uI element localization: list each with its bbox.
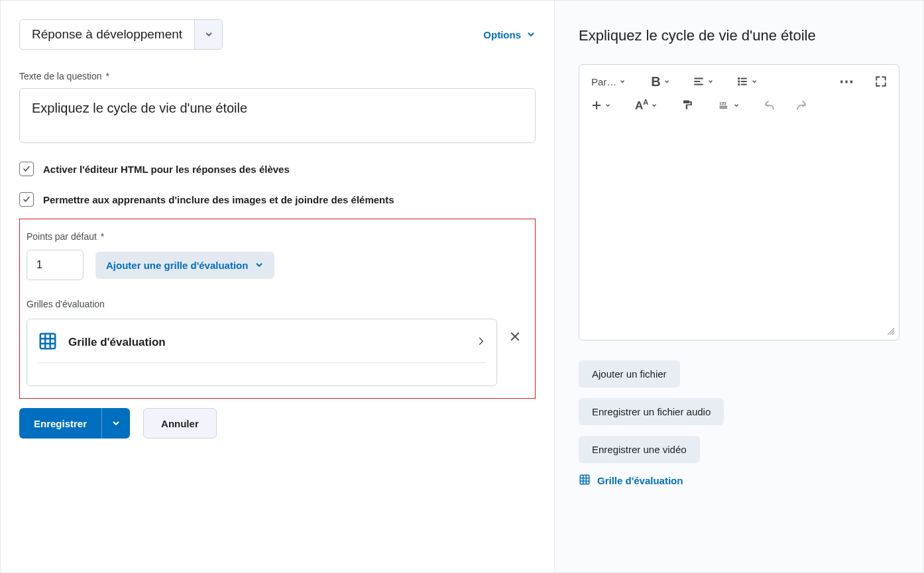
points-row: Ajouter une grille d'évaluation — [27, 250, 526, 280]
svg-rect-0 — [40, 334, 56, 349]
rubric-grid-icon — [38, 331, 58, 353]
checkbox-allow-attachments-label: Permettre aux apprenants d'inclure des i… — [43, 194, 394, 205]
preview-panel: Expliquez le cycle de vie d'une étoile P… — [555, 1, 923, 572]
required-asterisk: * — [103, 71, 109, 81]
rte-insert[interactable] — [589, 99, 614, 112]
rte-more-icon[interactable]: ⋯ — [837, 72, 858, 91]
options-button[interactable]: Options — [483, 29, 536, 40]
checkbox-html-editor-row: Activer l'éditeur HTML pour les réponses… — [19, 162, 536, 176]
rubric-item-row: Grille d'évaluation — [27, 319, 526, 386]
checkbox-allow-attachments-row: Permettre aux apprenants d'inclure des i… — [19, 192, 536, 207]
rubric-link[interactable]: Grille d'évaluation — [579, 474, 899, 488]
record-audio-button[interactable]: Enregistrer un fichier audio — [579, 398, 724, 425]
chevron-down-icon — [255, 260, 264, 270]
points-and-rubric-section: Points par défaut * Ajouter une grille d… — [19, 219, 536, 399]
question-type-select[interactable]: Réponse à développement — [19, 19, 223, 50]
required-asterisk: * — [98, 231, 104, 242]
editor-footer: Enregistrer Annuler — [19, 408, 536, 439]
rte-fullscreen-icon[interactable] — [872, 74, 890, 89]
record-video-button[interactable]: Enregistrer une vidéo — [579, 436, 700, 463]
svg-text:123: 123 — [720, 101, 727, 105]
chevron-down-icon — [194, 19, 222, 50]
checkbox-html-editor[interactable] — [19, 162, 34, 176]
question-editor-panel: Réponse à développement Options Texte de… — [1, 1, 555, 572]
rubric-card[interactable]: Grille d'évaluation — [27, 319, 497, 386]
options-label: Options — [483, 29, 521, 40]
add-file-button[interactable]: Ajouter un fichier — [579, 360, 680, 388]
rubric-card-left: Grille d'évaluation — [38, 331, 166, 353]
save-dropdown-button[interactable] — [102, 408, 130, 439]
question-type-label: Réponse à développement — [20, 27, 194, 42]
rubrics-section-label: Grilles d'évaluation — [27, 299, 526, 309]
rubric-grid-icon — [579, 474, 591, 488]
save-split-button[interactable]: Enregistrer — [19, 408, 130, 439]
rte-align[interactable] — [690, 74, 717, 89]
editor-top-row: Réponse à développement Options — [19, 19, 536, 50]
svg-rect-24 — [580, 475, 589, 484]
question-text-input[interactable]: Expliquez le cycle de vie d'une étoile — [19, 88, 536, 143]
question-text-label: Texte de la question * — [19, 71, 536, 81]
svg-point-12 — [738, 84, 740, 85]
chevron-down-icon — [526, 30, 536, 39]
add-rubric-label: Ajouter une grille d'évaluation — [106, 260, 248, 271]
rte-line-spacing[interactable]: 123 — [715, 99, 742, 112]
remove-rubric-button[interactable] — [509, 319, 521, 346]
points-input[interactable] — [27, 250, 84, 280]
resize-handle-icon[interactable] — [886, 326, 895, 337]
rte-bold[interactable]: B — [648, 73, 672, 91]
rte-redo-icon[interactable] — [793, 98, 810, 113]
cancel-button[interactable]: Annuler — [143, 408, 217, 439]
svg-point-11 — [738, 81, 740, 82]
rte-paragraph-style[interactable]: Par… — [589, 75, 628, 89]
rte-list[interactable] — [734, 74, 760, 89]
question-text-value: Expliquez le cycle de vie d'une étoile — [32, 101, 247, 115]
rubric-title: Grille d'évaluation — [68, 336, 166, 349]
rte-body[interactable] — [579, 121, 899, 340]
add-rubric-button[interactable]: Ajouter une grille d'évaluation — [95, 252, 274, 279]
save-button[interactable]: Enregistrer — [19, 408, 102, 439]
svg-line-23 — [893, 333, 894, 334]
rte-format-paint-icon[interactable] — [679, 98, 696, 113]
checkbox-allow-attachments[interactable] — [19, 192, 34, 207]
svg-point-10 — [738, 78, 740, 79]
rubric-card-header: Grille d'évaluation — [38, 326, 486, 363]
app-root: Réponse à développement Options Texte de… — [0, 0, 924, 573]
rte-toolbar: Par… B — [579, 65, 899, 121]
rubric-link-label: Grille d'évaluation — [597, 475, 683, 486]
points-label: Points par défaut * — [27, 231, 526, 242]
preview-question-title: Expliquez le cycle de vie d'une étoile — [579, 27, 899, 44]
rte-font[interactable]: AA — [632, 97, 660, 114]
checkbox-html-editor-label: Activer l'éditeur HTML pour les réponses… — [43, 164, 290, 175]
expand-rubric-icon[interactable] — [477, 336, 486, 348]
rte-undo-icon[interactable] — [761, 98, 778, 113]
rich-text-editor[interactable]: Par… B — [579, 64, 899, 340]
